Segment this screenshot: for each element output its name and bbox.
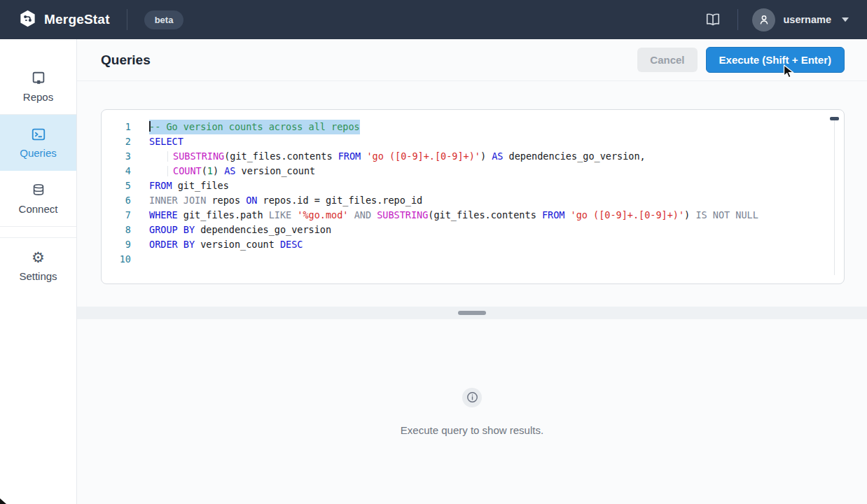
editor-scrollbar-track (834, 118, 835, 275)
top-navbar: MergeStat beta username (0, 0, 867, 39)
line-number: 9 (102, 237, 131, 252)
line-number: 1 (102, 120, 131, 134)
code-line[interactable]: 3SUBSTRING(git_files.contents FROM 'go (… (102, 149, 844, 164)
code-line[interactable]: 9ORDER BY version_count DESC (102, 237, 844, 252)
chevron-down-icon (842, 18, 849, 22)
cancel-button[interactable]: Cancel (637, 48, 697, 72)
info-icon (462, 388, 482, 407)
code-line[interactable]: 8GROUP BY dependencies_go_version (102, 223, 844, 237)
cursor-artifact (0, 498, 6, 504)
line-number: 4 (102, 164, 131, 178)
line-number: 6 (102, 193, 131, 208)
code-line[interactable]: 7WHERE git_files.path LIKE '%go.mod' AND… (102, 208, 844, 223)
indent-guide (149, 164, 173, 178)
code-text[interactable]: COUNT(1) AS version_count (149, 164, 315, 178)
line-number: 2 (102, 134, 131, 149)
sidebar-item-connect[interactable]: Connect (0, 171, 76, 227)
gear-icon: ⚙ (32, 250, 45, 265)
code-line[interactable]: 5FROM git_files (102, 178, 844, 193)
user-menu[interactable]: username (752, 8, 849, 31)
code-line[interactable]: 10 (102, 252, 844, 267)
main-content: Queries Cancel Execute (Shift + Enter) 1… (77, 39, 867, 504)
line-number: 3 (102, 149, 131, 164)
page-title: Queries (101, 52, 151, 68)
drag-handle[interactable] (458, 311, 486, 315)
execute-button[interactable]: Execute (Shift + Enter) (706, 47, 845, 73)
mergestat-hexagon-icon (18, 9, 37, 31)
code-text[interactable]: SELECT (149, 134, 183, 149)
line-number: 7 (102, 208, 131, 223)
repo-icon (31, 71, 46, 86)
terminal-icon (31, 127, 46, 142)
sidebar-item-label: Connect (19, 203, 58, 215)
nav-divider (127, 9, 127, 30)
indent-guide (149, 149, 173, 164)
code-text[interactable]: SUBSTRING(git_files.contents FROM 'go ([… (149, 149, 646, 164)
database-icon (31, 183, 46, 198)
avatar (752, 8, 775, 31)
code-text[interactable]: INNER JOIN repos ON repos.id = git_files… (149, 193, 422, 208)
mergestat-logo[interactable]: MergeStat (18, 9, 110, 31)
sidebar-item-repos[interactable]: Repos (0, 59, 76, 115)
sidebar: Repos Queries Connect (0, 39, 77, 504)
sql-editor[interactable]: 1-- Go version counts across all repos2S… (101, 109, 845, 284)
editor-section: 1-- Go version counts across all repos2S… (77, 81, 867, 284)
sidebar-item-label: Repos (23, 91, 53, 103)
sidebar-item-label: Settings (19, 270, 57, 282)
sidebar-spacer (0, 227, 76, 237)
results-empty-message: Execute query to show results. (401, 424, 543, 436)
code-line[interactable]: 1-- Go version counts across all repos (102, 120, 844, 134)
code-text[interactable]: -- Go version counts across all repos (149, 120, 360, 134)
line-number: 5 (102, 178, 131, 193)
sidebar-item-settings[interactable]: ⚙ Settings (0, 237, 76, 293)
line-number: 10 (102, 252, 131, 267)
username-label: username (783, 14, 831, 25)
code-text[interactable]: FROM git_files (149, 178, 229, 193)
code-lines: 1-- Go version counts across all repos2S… (102, 120, 844, 267)
code-line[interactable]: 2SELECT (102, 134, 844, 149)
sidebar-item-queries[interactable]: Queries (0, 115, 76, 171)
code-text[interactable]: ORDER BY version_count DESC (149, 237, 303, 252)
line-number: 8 (102, 223, 131, 237)
nav-divider (737, 9, 738, 30)
code-line[interactable]: 4COUNT(1) AS version_count (102, 164, 844, 178)
code-line[interactable]: 6INNER JOIN repos ON repos.id = git_file… (102, 193, 844, 208)
page-header: Queries Cancel Execute (Shift + Enter) (77, 39, 867, 81)
pane-resize-divider[interactable] (77, 307, 867, 319)
docs-book-icon[interactable] (702, 9, 723, 30)
beta-badge: beta (144, 10, 184, 29)
editor-scrollbar-thumb[interactable] (830, 117, 839, 120)
brand-name: MergeStat (44, 12, 110, 27)
code-text[interactable]: WHERE git_files.path LIKE '%go.mod' AND … (149, 208, 758, 223)
sidebar-item-label: Queries (20, 147, 57, 159)
code-text[interactable]: GROUP BY dependencies_go_version (149, 223, 331, 237)
results-panel: Execute query to show results. (77, 319, 867, 504)
